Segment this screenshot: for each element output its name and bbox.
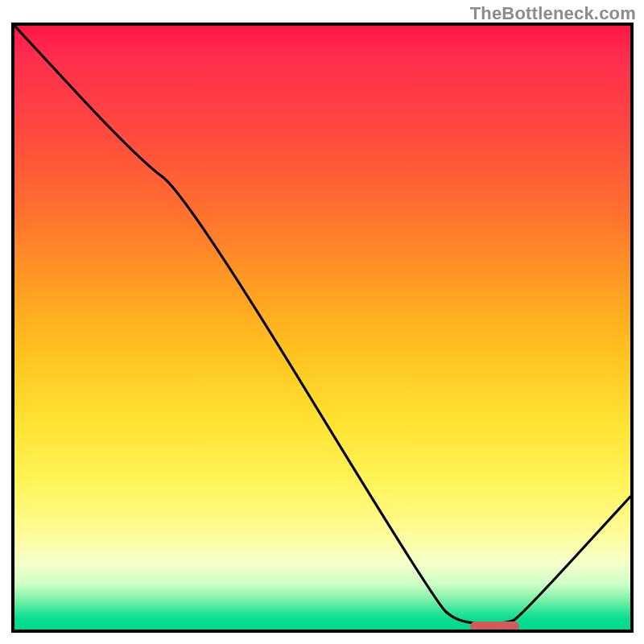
bottleneck-curve xyxy=(14,26,630,630)
watermark-text: TheBottleneck.com xyxy=(470,3,636,24)
chart-container: TheBottleneck.com xyxy=(0,0,644,644)
plot-frame xyxy=(11,23,634,633)
optimal-range-marker xyxy=(470,621,519,631)
